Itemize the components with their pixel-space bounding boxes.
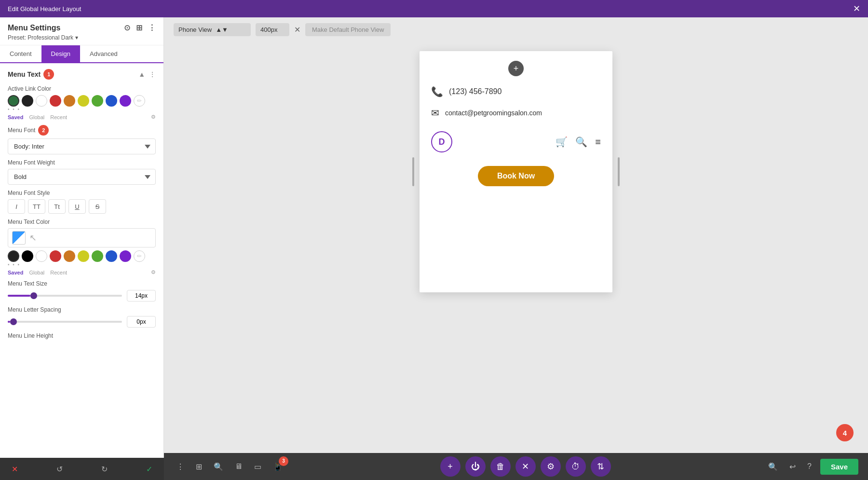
text-color-swatch-blue[interactable] — [106, 250, 117, 262]
focus-icon[interactable]: ⊙ — [124, 23, 130, 32]
swatch-blue[interactable] — [106, 95, 117, 107]
underline-button[interactable]: U — [68, 199, 86, 214]
bottom-tablet-icon[interactable]: ▭ — [251, 459, 264, 474]
text-color-custom-icon[interactable]: ✏ — [134, 250, 145, 262]
text-color-swatch-orange[interactable] — [64, 250, 75, 262]
bottom-desktop-icon[interactable]: 🖥 — [232, 459, 245, 474]
menu-text-size-thumb[interactable] — [30, 292, 37, 299]
book-now-button[interactable]: Book Now — [478, 166, 554, 186]
resize-handle-right[interactable] — [618, 157, 620, 186]
global-mode-label[interactable]: Global — [29, 114, 44, 120]
bottom-right-search-icon[interactable]: 🔍 — [765, 459, 781, 474]
action-settings-button[interactable]: ⚙ — [541, 456, 561, 477]
menu-text-size-slider-row: 14px — [8, 290, 156, 302]
left-panel: Menu Settings ⊙ ⊞ ⋮ Preset: Professional… — [0, 17, 164, 480]
cart-icon[interactable]: 🛒 — [556, 136, 568, 148]
top-bar-close-button[interactable]: ✕ — [853, 3, 860, 14]
preview-email-text: contact@petgroomingsalon.com — [445, 109, 542, 117]
main-bottom-bar: ⋮ ⊞ 🔍 🖥 ▭ 📱 3 + ⏻ 🗑 ✕ ⚙ ⏱ ⇅ 🔍 ↩ ? Save — [164, 453, 868, 480]
main-bottom-center-buttons: + ⏻ 🗑 ✕ ⚙ ⏱ ⇅ — [440, 456, 611, 477]
italic-button[interactable]: I — [8, 199, 25, 214]
recent-mode-label[interactable]: Recent — [50, 114, 67, 120]
action-expand-button[interactable]: ⇅ — [591, 456, 611, 477]
more-options-icon[interactable]: ⋮ — [148, 23, 156, 32]
panel-content: Menu Text 1 ▲ ⋮ Active Link Color ✏ • • … — [0, 63, 163, 480]
text-color-settings-icon[interactable]: ⚙ — [151, 269, 156, 275]
text-color-swatch-purple[interactable] — [120, 250, 131, 262]
swatch-black[interactable] — [22, 95, 33, 107]
text-color-mode-row: Saved Global Recent ⚙ — [8, 269, 156, 275]
text-color-swatch-red[interactable] — [50, 250, 61, 262]
section-collapse-button[interactable]: ▲ — [138, 70, 145, 78]
section-more-button[interactable]: ⋮ — [149, 70, 156, 78]
menu-letter-spacing-track — [8, 321, 122, 323]
text-color-global-label[interactable]: Global — [29, 270, 44, 275]
more-swatches-icon[interactable]: • • • — [8, 107, 156, 112]
text-color-swatch-white[interactable] — [36, 250, 47, 262]
main-save-button[interactable]: Save — [820, 459, 858, 475]
menu-font-weight-select[interactable]: Thin Light Regular Bold Extra Bold — [8, 169, 156, 185]
uppercase-button[interactable]: TT — [28, 199, 45, 214]
tab-design[interactable]: Design — [41, 45, 80, 62]
swatch-purple[interactable] — [120, 95, 131, 107]
menu-text-color-preview[interactable]: ↖ — [8, 228, 156, 247]
menu-settings-title-row: Menu Settings ⊙ ⊞ ⋮ — [8, 23, 156, 32]
text-color-saved-label[interactable]: Saved — [8, 270, 23, 275]
action-history-button[interactable]: ⏱ — [566, 456, 586, 477]
viewport-close-button[interactable]: ✕ — [294, 25, 300, 34]
tab-content[interactable]: Content — [0, 45, 41, 62]
cancel-button[interactable]: ✕ — [8, 463, 22, 476]
strikethrough-button[interactable]: S — [89, 199, 106, 214]
action-close-button[interactable]: ✕ — [515, 456, 536, 477]
swatch-green[interactable] — [8, 95, 19, 107]
swatch-yellow[interactable] — [78, 95, 89, 107]
settings-tabs: Content Design Advanced — [0, 45, 163, 63]
action-delete-button[interactable]: 🗑 — [490, 456, 511, 477]
viewport-chevron-icon: ▲▼ — [216, 26, 228, 33]
make-default-phone-view-button[interactable]: Make Default Phone View — [305, 23, 391, 36]
menu-letter-spacing-slider-row: 0px — [8, 316, 156, 328]
menu-font-label: Menu Font — [8, 127, 35, 134]
text-color-swatch-lime[interactable] — [92, 250, 103, 262]
swatch-white[interactable] — [36, 95, 47, 107]
swatch-lime[interactable] — [92, 95, 103, 107]
active-link-color-swatches: ✏ — [8, 95, 156, 107]
action-power-button[interactable]: ⏻ — [465, 456, 486, 477]
hamburger-menu-icon[interactable]: ≡ — [595, 137, 601, 148]
capitalize-button[interactable]: Tt — [48, 199, 66, 214]
preset-selector[interactable]: Preset: Professional Dark ▾ — [8, 34, 156, 41]
swatch-red[interactable] — [50, 95, 61, 107]
preview-add-section-button[interactable]: + — [508, 61, 524, 76]
tab-advanced[interactable]: Advanced — [80, 45, 127, 62]
menu-font-weight-label: Menu Font Weight — [8, 159, 156, 166]
color-settings-icon[interactable]: ⚙ — [151, 114, 156, 120]
bottom-right-help-icon[interactable]: ? — [804, 459, 814, 474]
resize-handle-left[interactable] — [412, 157, 414, 186]
menu-letter-spacing-thumb[interactable] — [10, 318, 17, 325]
custom-color-icon[interactable]: ✏ — [134, 95, 145, 107]
menu-font-select[interactable]: Body: Inter Heading: Inter Custom — [8, 138, 156, 154]
menu-text-size-fill — [8, 295, 30, 297]
text-color-more-swatches-icon[interactable]: • • • — [8, 262, 156, 267]
menu-letter-spacing-input[interactable]: 0px — [127, 316, 156, 328]
text-color-swatch-black[interactable] — [22, 250, 33, 262]
bottom-right-refresh-icon[interactable]: ↩ — [787, 459, 799, 474]
layout-icon[interactable]: ⊞ — [136, 23, 142, 32]
menu-text-size-input[interactable]: 14px — [127, 290, 156, 302]
text-color-recent-label[interactable]: Recent — [50, 270, 67, 275]
redo-button[interactable]: ↻ — [97, 463, 111, 476]
color-mode-row: Saved Global Recent ⚙ — [8, 114, 156, 120]
saved-mode-label[interactable]: Saved — [8, 114, 23, 120]
bottom-more-icon[interactable]: ⋮ — [174, 459, 187, 474]
viewport-px-input[interactable]: 400px — [260, 26, 285, 33]
text-color-swatch-dark[interactable] — [8, 250, 19, 262]
reset-button[interactable]: ↺ — [53, 463, 67, 476]
apply-button[interactable]: ✓ — [142, 463, 156, 476]
swatch-orange[interactable] — [64, 95, 75, 107]
action-add-button[interactable]: + — [440, 456, 461, 477]
bottom-search-icon[interactable]: 🔍 — [211, 459, 226, 474]
viewport-select-container[interactable]: Phone View ▲▼ — [174, 23, 251, 36]
search-icon[interactable]: 🔍 — [575, 136, 587, 148]
bottom-wireframe-icon[interactable]: ⊞ — [193, 459, 205, 474]
text-color-swatch-yellow[interactable] — [78, 250, 89, 262]
